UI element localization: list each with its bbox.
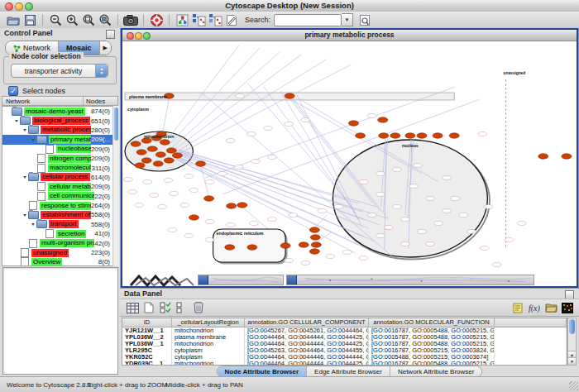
help-button[interactable]: [148, 12, 165, 27]
gene-node: [359, 179, 368, 184]
network-label: mosaic-demo-yeast: [24, 108, 85, 116]
network-tree-row[interactable]: cell communicat22(0): [2, 192, 117, 201]
network-tree-row[interactable]: nucleobase-209(0): [2, 145, 117, 154]
node-color-dropdown[interactable]: transporter activity ▲▼: [11, 64, 108, 78]
tree-column-network[interactable]: Network: [2, 97, 84, 105]
window-icon: [287, 275, 297, 284]
network-canvas[interactable]: plasma membranecytoplasmmitochondrionnuc…: [122, 41, 577, 275]
minimized-window-strip-2[interactable]: [286, 275, 534, 285]
minimized-network-thumbnail[interactable]: [129, 275, 197, 287]
network-window-titlebar[interactable]: primary metabolic process: [122, 30, 577, 41]
network-tree-row[interactable]: ▼transport558(0): [2, 220, 117, 229]
zoom-out-button[interactable]: [47, 12, 64, 27]
column-header[interactable]: ID: [122, 318, 172, 327]
selected-gene-node: [405, 133, 415, 138]
status-welcome: Welcome to Cytoscape 2.8.1: [7, 381, 91, 389]
birdseye-view-panel[interactable]: [2, 267, 118, 375]
network-tree-row[interactable]: unassigned223(0): [2, 248, 117, 257]
expander-icon[interactable]: ▼: [13, 118, 20, 122]
table-cell: YKR052C: [122, 354, 172, 361]
table-cell: [GO:0044464, GO:0044446, GO:0044444, G..…: [245, 354, 369, 361]
table-cell: [GO:0016787, GO:0005215, GO:0003824, G..…: [369, 347, 495, 354]
gene-node: [409, 184, 418, 188]
delete-attribute-button[interactable]: [190, 300, 207, 315]
zoom-fit-button[interactable]: [80, 12, 97, 27]
network-tree-row[interactable]: macromolecule311(0): [2, 163, 117, 172]
column-header[interactable]: annotation.GO CELLULAR_COMPONENT: [245, 318, 369, 327]
search-config-button[interactable]: [356, 12, 373, 27]
network-label: response to stimulu: [40, 202, 91, 210]
table-row[interactable]: YJR121W__1mitochondrion[GO:0045267, GO:0…: [122, 327, 567, 334]
snapshot-button[interactable]: [122, 12, 139, 27]
unselect-attributes-button[interactable]: [174, 300, 190, 315]
create-attribute-button[interactable]: [141, 300, 157, 315]
gene-node: [249, 221, 258, 225]
expander-icon[interactable]: ▼: [22, 128, 28, 132]
open-session-button[interactable]: [5, 12, 22, 27]
zoom-selected-button[interactable]: [97, 12, 113, 27]
import-table-button[interactable]: [207, 12, 223, 27]
gene-node: [318, 208, 327, 213]
notes-button[interactable]: [510, 300, 526, 315]
table-row[interactable]: YLR295Ccytoplasm[GO:0045263, GO:0044464,…: [122, 347, 567, 354]
network-tree-row[interactable]: response to stimulu264(0): [2, 201, 117, 210]
table-scrollbar[interactable]: ▲ ▼: [567, 318, 577, 366]
gene-node: [168, 227, 177, 232]
network-tree-row[interactable]: multi-organism pro42(0): [2, 238, 117, 247]
selected-gene-node: [225, 245, 235, 250]
import-network-button[interactable]: [190, 12, 207, 27]
mitochondrion-label: mitochondrion: [144, 134, 175, 139]
tab-overflow-button[interactable]: ▶: [100, 41, 111, 55]
scroll-down-button[interactable]: ▼: [568, 357, 576, 365]
expander-icon[interactable]: ▼: [22, 175, 28, 179]
network-tree-row[interactable]: Overview8(0): [2, 257, 117, 266]
selected-gene-node: [237, 203, 247, 208]
folder-icon: [545, 303, 557, 313]
vizmapper-button[interactable]: [174, 12, 190, 27]
network-tree-row[interactable]: mosaic-demo-yeast874(0): [2, 107, 117, 116]
table-cell: YPL036W__1: [122, 341, 172, 347]
zoom-in-button[interactable]: [64, 12, 80, 27]
expander-icon[interactable]: ▼: [22, 213, 28, 217]
gene-node: [180, 203, 189, 207]
table-row[interactable]: YKR052Ccytoplasm[GO:0044464, GO:0044446,…: [122, 354, 567, 361]
attribute-columns-button[interactable]: [124, 300, 141, 315]
network-tree-row[interactable]: ▼cellular process614(0): [2, 173, 117, 182]
float-panel-icon[interactable]: [106, 30, 115, 39]
annotation-button[interactable]: [223, 12, 240, 27]
resize-grip[interactable]: [569, 381, 578, 390]
network-view-window: primary metabolic process plasma membran…: [121, 28, 578, 288]
gene-node: [459, 213, 468, 217]
network-tree-row[interactable]: ▼establishment of lo558(0): [2, 210, 117, 219]
selected-gene-node: [227, 203, 237, 208]
table-cell: YJR121W__1: [122, 327, 172, 334]
network-tree-row[interactable]: secretion41(0): [2, 229, 117, 238]
table-row[interactable]: YPL036W__1mitochondrion[GO:0044464, GO:0…: [122, 341, 567, 347]
lifesaver-help-icon: [151, 14, 163, 26]
tree-scrollbar[interactable]: [112, 106, 119, 266]
import-attributes-button[interactable]: [543, 300, 559, 315]
expander-icon[interactable]: ▼: [30, 222, 36, 227]
search-dropdown-button[interactable]: ▼: [342, 13, 353, 26]
save-session-button[interactable]: [22, 12, 38, 27]
select-attributes-button[interactable]: [157, 300, 174, 315]
network-tree-row[interactable]: cellular metabo209(0): [2, 182, 117, 191]
network-tree-row[interactable]: ▼primary metabo209(...: [2, 135, 117, 144]
gene-node: [205, 219, 214, 223]
select-nodes-checkbox[interactable]: ✓: [8, 86, 18, 96]
tree-column-nodes[interactable]: Nodes: [84, 97, 117, 105]
column-header[interactable]: _cellularLayoutRegion: [172, 318, 245, 327]
table-row[interactable]: YPL036W__2plasma membrane[GO:0044464, GO…: [122, 334, 567, 341]
search-input[interactable]: [274, 14, 342, 26]
network-tree-row[interactable]: nitrogen compo209(0): [2, 154, 117, 163]
expander-icon[interactable]: ▼: [30, 137, 36, 141]
matrix-button[interactable]: [559, 300, 576, 315]
minimized-window-strip[interactable]: [198, 275, 284, 285]
gene-node: [246, 131, 256, 136]
network-tree-row[interactable]: ▼biological_process651(0): [2, 116, 117, 125]
function-builder-button[interactable]: f(x): [526, 300, 543, 315]
column-header[interactable]: annotation.GO MOLECULAR_FUNCTION: [369, 318, 495, 327]
gene-node: [400, 217, 409, 221]
network-label: cellular process: [41, 173, 90, 181]
network-tree-row[interactable]: ▼metabolic process280(0): [2, 126, 117, 135]
